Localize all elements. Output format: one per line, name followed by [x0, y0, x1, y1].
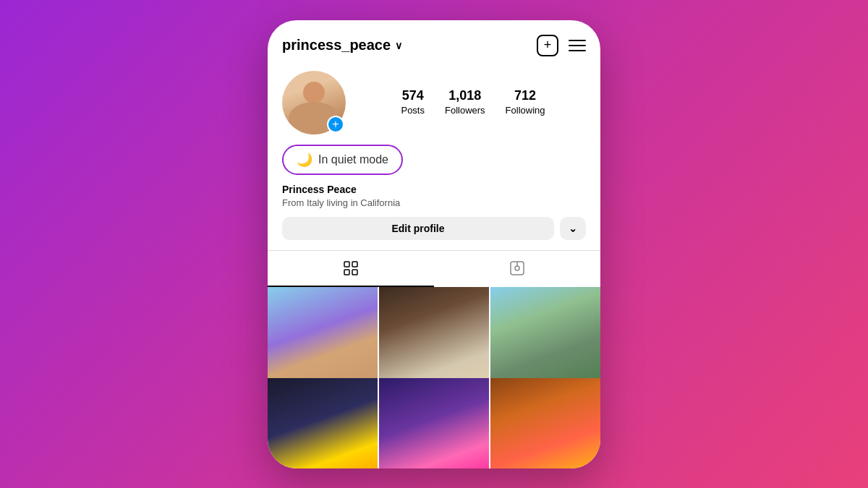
svg-rect-2 — [344, 270, 349, 275]
following-stat[interactable]: 712 Following — [506, 88, 545, 116]
profile-name: Princess Peace — [282, 184, 586, 195]
profile-top-row: + 574 Posts 1,018 Followers 712 Followin… — [282, 71, 586, 134]
menu-line-2 — [569, 45, 586, 46]
svg-point-5 — [515, 266, 519, 270]
grid-item[interactable] — [379, 378, 489, 468]
add-story-button[interactable]: + — [327, 116, 344, 133]
menu-icon[interactable] — [569, 40, 586, 51]
svg-rect-1 — [352, 262, 357, 267]
photo-grid — [268, 287, 600, 468]
edit-profile-row: Edit profile ⌄ — [282, 217, 586, 240]
username-area[interactable]: princess_peace ∨ — [282, 37, 402, 53]
tab-tagged[interactable] — [434, 251, 600, 287]
stats-row: 574 Posts 1,018 Followers 712 Following — [360, 88, 586, 116]
new-post-icon[interactable]: + — [537, 35, 558, 56]
menu-line-3 — [569, 50, 586, 51]
svg-rect-3 — [352, 270, 357, 275]
posts-count: 574 — [401, 88, 425, 103]
profile-header: princess_peace ∨ + — [268, 20, 600, 64]
svg-rect-0 — [344, 262, 349, 267]
menu-line-1 — [569, 40, 586, 41]
followers-count: 1,018 — [445, 88, 485, 103]
avatar-wrapper: + — [282, 71, 346, 134]
posts-stat[interactable]: 574 Posts — [401, 88, 425, 116]
tab-bar — [268, 250, 600, 287]
quiet-mode-badge[interactable]: 🌙 In quiet mode — [282, 145, 403, 175]
profile-dropdown-button[interactable]: ⌄ — [560, 217, 586, 240]
header-actions: + — [537, 35, 586, 56]
profile-section: + 574 Posts 1,018 Followers 712 Followin… — [268, 64, 600, 240]
grid-icon — [342, 260, 359, 277]
following-label: Following — [506, 105, 545, 116]
grid-item[interactable] — [268, 378, 378, 468]
tab-grid[interactable] — [268, 251, 434, 287]
profile-bio: From Italy living in California — [282, 197, 586, 208]
quiet-mode-label: In quiet mode — [318, 153, 388, 166]
grid-item[interactable] — [490, 378, 600, 468]
edit-profile-button[interactable]: Edit profile — [282, 217, 554, 240]
chevron-down-icon: ∨ — [395, 40, 402, 51]
posts-label: Posts — [401, 105, 425, 116]
followers-label: Followers — [445, 105, 485, 116]
phone-frame: princess_peace ∨ + + 574 Posts — [268, 20, 600, 468]
username-text: princess_peace — [282, 37, 391, 53]
moon-icon: 🌙 — [297, 152, 312, 168]
following-count: 712 — [506, 88, 545, 103]
tagged-icon — [509, 260, 526, 277]
followers-stat[interactable]: 1,018 Followers — [445, 88, 485, 116]
